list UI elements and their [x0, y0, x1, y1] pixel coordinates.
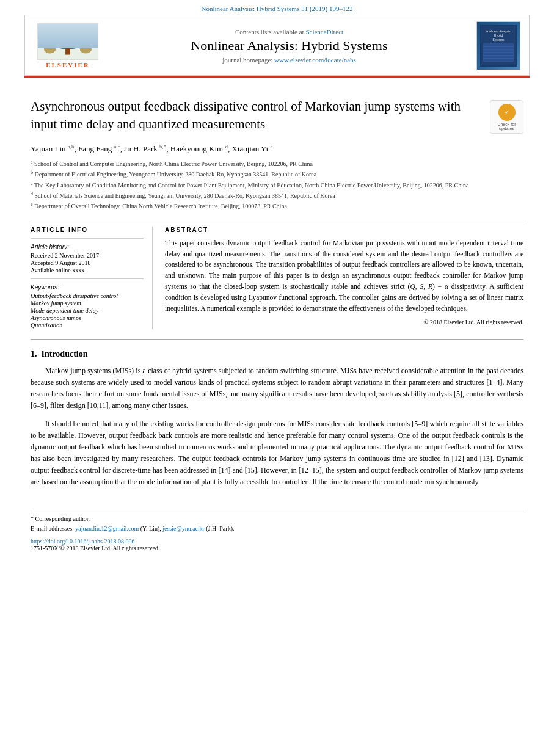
article-info-panel: ARTICLE INFO Article history: Received 2… [31, 227, 153, 329]
section-divider [31, 339, 523, 340]
journal-cover-area: Nonlinear Analysis: Hybrid Systems [468, 21, 529, 70]
journal-header: ELSEVIER Contents lists available at Sci… [24, 15, 530, 76]
intro-paragraph-1: Markov jump systems (MJSs) is a class of… [31, 365, 523, 412]
journal-citation: Nonlinear Analysis: Hybrid Systems 31 (2… [0, 0, 554, 15]
issn-text: 1751-570X/© 2018 Elsevier Ltd. All right… [31, 545, 159, 551]
authors-line: Yajuan Liu a,b, Fang Fang a,c, Ju H. Par… [31, 144, 523, 154]
main-content: ✓ Check for updates Asynchronous output … [0, 78, 554, 504]
journal-name: Nonlinear Analysis: Hybrid Systems [111, 38, 468, 54]
abstract-panel: ABSTRACT This paper considers dynamic ou… [165, 227, 523, 329]
check-updates-badge: ✓ Check for updates [490, 100, 523, 134]
keywords-list: Output-feedback dissipative control Mark… [31, 293, 144, 329]
journal-homepage: journal homepage: www.elsevier.com/locat… [111, 56, 468, 64]
contents-available: Contents lists available at ScienceDirec… [111, 28, 468, 35]
science-direct-link[interactable]: ScienceDirect [305, 28, 343, 35]
received-date: Received 2 November 2017 [31, 252, 144, 259]
keywords-label: Keywords: [31, 284, 144, 291]
email-link-2[interactable]: jessie@ynu.ac.kr [162, 525, 205, 532]
email-note: E-mail addresses: yajuan.liu.12@gmail.co… [31, 525, 523, 533]
available-online: Available online xxxx [31, 267, 144, 274]
accepted-date: Accepted 9 August 2018 [31, 260, 144, 266]
intro-heading: 1. Introduction [31, 349, 523, 359]
article-history-label: Article history: [31, 244, 144, 250]
check-updates-label: Check for updates [490, 122, 523, 131]
svg-rect-3 [65, 48, 70, 55]
journal-cover-image: Nonlinear Analysis: Hybrid Systems [476, 21, 520, 70]
intro-paragraph-2: It should be noted that many of the exis… [31, 418, 523, 489]
svg-point-2 [56, 26, 79, 43]
elsevier-logo-area: ELSEVIER [25, 23, 111, 68]
homepage-url[interactable]: www.elsevier.com/locate/nahs [274, 56, 356, 64]
copyright-notice: © 2018 Elsevier Ltd. All rights reserved… [165, 319, 523, 325]
introduction-section: 1. Introduction Markov jump systems (MJS… [31, 349, 523, 489]
check-circle-icon: ✓ [498, 104, 516, 121]
abstract-text: This paper considers dynamic output-feed… [165, 238, 523, 314]
paper-title: Asynchronous output feedback dissipative… [31, 98, 523, 134]
email-link-1[interactable]: yajuan.liu.12@gmail.com [75, 525, 139, 532]
svg-text:Systems: Systems [492, 38, 505, 42]
svg-text:Nonlinear Analysis:: Nonlinear Analysis: [486, 29, 512, 33]
elsevier-text: ELSEVIER [46, 61, 90, 68]
svg-point-4 [44, 44, 56, 54]
journal-header-center: Contents lists available at ScienceDirec… [111, 28, 468, 64]
doi-link[interactable]: https://doi.org/10.1016/j.nahs.2018.08.0… [31, 538, 134, 545]
corresponding-note: * Corresponding author. [31, 515, 523, 523]
doi-area: https://doi.org/10.1016/j.nahs.2018.08.0… [0, 534, 554, 558]
affiliations: a School of Control and Computer Enginee… [31, 159, 523, 211]
article-info-header: ARTICLE INFO [31, 227, 144, 233]
svg-point-5 [80, 44, 92, 54]
svg-point-1 [50, 27, 86, 49]
article-info-abstract: ARTICLE INFO Article history: Received 2… [31, 220, 523, 329]
svg-text:Hybrid: Hybrid [494, 34, 503, 37]
abstract-header: ABSTRACT [165, 227, 523, 233]
footnote-area: * Corresponding author. E-mail addresses… [31, 511, 523, 533]
elsevier-tree-logo [37, 23, 98, 60]
